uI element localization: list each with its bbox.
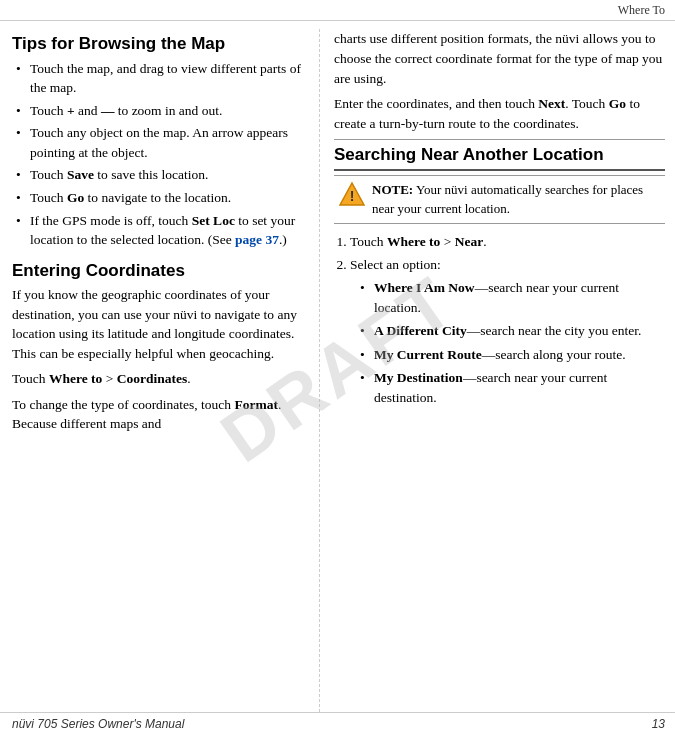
list-item: A Different City—search near the city yo… xyxy=(358,321,665,341)
touch-where-to: Touch Where to > Coordinates. xyxy=(12,369,309,389)
note-box: ! NOTE: Your nüvi automatically searches… xyxy=(334,175,665,223)
warning-triangle-icon: ! xyxy=(339,181,365,207)
list-item: Touch Go to navigate to the location. xyxy=(12,188,309,208)
footer-bar: nüvi 705 Series Owner's Manual 13 xyxy=(0,712,675,737)
where-to-step: Where to xyxy=(387,234,440,249)
header-right-label: Where To xyxy=(618,2,665,19)
list-item: Touch any object on the map. An arrow ap… xyxy=(12,123,309,162)
list-item: Touch the map, and drag to view differen… xyxy=(12,59,309,98)
left-column: Tips for Browsing the Map Touch the map,… xyxy=(0,29,320,711)
searching-heading: Searching Near Another Location xyxy=(334,144,665,165)
list-item: My Destination—search near your current … xyxy=(358,368,665,407)
list-item: Touch + and — to zoom in and out. xyxy=(12,101,309,121)
my-current-route-bold: My Current Route xyxy=(374,347,482,362)
charts-intro: charts use different position formats, t… xyxy=(334,29,665,88)
next-bold: Next xyxy=(538,96,565,111)
footer-right: 13 xyxy=(652,716,665,733)
step-2: Select an option: Where I Am Now—search … xyxy=(350,255,665,407)
note-label: NOTE: xyxy=(372,182,413,197)
format-instruction: To change the type of coordinates, touch… xyxy=(12,395,309,434)
different-city-bold: A Different City xyxy=(374,323,467,338)
list-item: Touch Save to save this location. xyxy=(12,165,309,185)
go-label: Go xyxy=(67,190,84,205)
section-divider-bottom xyxy=(334,169,665,171)
steps-list: Touch Where to > Near. Select an option:… xyxy=(334,232,665,408)
options-list: Where I Am Now—search near your current … xyxy=(358,278,665,407)
coordinates-intro: If you know the geographic coordinates o… xyxy=(12,285,309,363)
my-destination-bold: My Destination xyxy=(374,370,463,385)
coordinates-bold: Coordinates xyxy=(117,371,188,386)
go-bold: Go xyxy=(609,96,626,111)
list-item: My Current Route—search along your route… xyxy=(358,345,665,365)
plus-symbol: + xyxy=(67,103,75,118)
right-column: charts use different position formats, t… xyxy=(320,29,675,711)
save-label: Save xyxy=(67,167,94,182)
where-to-bold: Where to xyxy=(49,371,102,386)
coordinates-section: Entering Coordinates If you know the geo… xyxy=(12,260,309,434)
set-loc-label: Set Loc xyxy=(192,213,235,228)
tips-list: Touch the map, and drag to view differen… xyxy=(12,59,309,250)
note-text: Your nüvi automatically searches for pla… xyxy=(372,182,643,215)
tips-section: Tips for Browsing the Map Touch the map,… xyxy=(12,33,309,249)
top-bar: Where To xyxy=(0,0,675,21)
page-container: Where To Tips for Browsing the Map Touch… xyxy=(0,0,675,737)
page-37-link[interactable]: page 37 xyxy=(235,232,279,247)
enter-coordinates-text: Enter the coordinates, and then touch Ne… xyxy=(334,94,665,133)
list-item: Where I Am Now—search near your current … xyxy=(358,278,665,317)
footer-left: nüvi 705 Series Owner's Manual xyxy=(12,716,184,733)
step-1: Touch Where to > Near. xyxy=(350,232,665,252)
format-bold: Format xyxy=(234,397,277,412)
minus-symbol: — xyxy=(101,103,115,118)
near-step: Near xyxy=(455,234,483,249)
list-item: If the GPS mode is off, touch Set Loc to… xyxy=(12,211,309,250)
content-area: Tips for Browsing the Map Touch the map,… xyxy=(0,21,675,711)
coordinates-heading: Entering Coordinates xyxy=(12,260,309,281)
section-divider-top xyxy=(334,139,665,140)
tips-heading: Tips for Browsing the Map xyxy=(12,33,309,54)
svg-text:!: ! xyxy=(350,188,355,204)
where-i-am-now-bold: Where I Am Now xyxy=(374,280,475,295)
